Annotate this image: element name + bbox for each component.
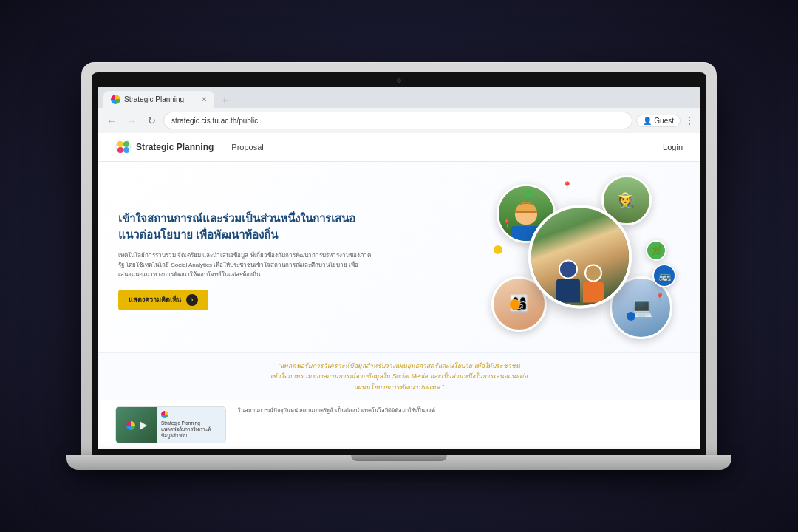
quote-text: "แพลตฟอร์มการวิเคราะห์ข้อมูลสำหรับวางแผน… — [127, 361, 671, 392]
forward-icon: → — [127, 115, 137, 126]
reload-button[interactable]: ↻ — [143, 112, 160, 129]
logo-icon — [115, 139, 132, 155]
dot-yellow-1 — [494, 245, 502, 254]
svg-point-3 — [117, 147, 123, 153]
play-icon — [140, 421, 147, 430]
guest-label: Guest — [654, 117, 674, 125]
active-tab[interactable]: Strategic Planning ✕ — [103, 91, 214, 108]
screen-content: Strategic Planning ✕ + ← → — [98, 87, 700, 449]
cta-button[interactable]: แสดงความคิดเห็น › — [118, 290, 208, 310]
dot-orange-1 — [510, 299, 520, 310]
nav-proposal-link[interactable]: Proposal — [227, 140, 267, 154]
dot-green-1 — [525, 190, 532, 197]
login-button[interactable]: Login — [663, 143, 683, 151]
reload-icon: ↻ — [148, 115, 156, 126]
hero-title: เข้าใจสถานการณ์และร่วมเป็นส่วนหนึ่งในการ… — [118, 211, 468, 243]
screen-bezel: Strategic Planning ✕ + ← → — [92, 72, 706, 455]
map-pin-1: 📍 — [562, 181, 573, 191]
site-navbar: Strategic Planning Proposal Login — [98, 133, 700, 162]
guest-icon: 👤 — [643, 117, 652, 125]
laptop-screen-unit: Strategic Planning ✕ + ← → — [81, 62, 717, 455]
svg-point-0 — [116, 140, 131, 154]
svg-point-2 — [123, 141, 129, 147]
address-input[interactable]: strategic.cis.tu.ac.th/public — [163, 112, 632, 129]
browser-chrome: Strategic Planning ✕ + ← → — [98, 87, 700, 133]
cta-label: แสดงความคิดเห็น — [129, 295, 181, 305]
hero-left: เข้าใจสถานการณ์และร่วมเป็นส่วนหนึ่งในการ… — [118, 175, 480, 347]
video-thumbnail[interactable]: Strategic Planning แพลตฟอร์มการวิเคราะห์… — [115, 406, 226, 443]
site-logo[interactable]: Strategic Planning — [115, 139, 214, 155]
quote-section: "แพลตฟอร์มการวิเคราะห์ข้อมูลสำหรับวางแผน… — [98, 352, 700, 400]
bubble-center — [528, 205, 632, 308]
tab-title: Strategic Planning — [124, 95, 197, 103]
tab-close-icon[interactable]: ✕ — [201, 95, 207, 103]
laptop: Strategic Planning ✕ + ← → — [66, 62, 732, 470]
logo-icon-small — [126, 421, 135, 430]
bottom-text: ในสถานการณ์ปัจจุบันหน่วยงานภาครัฐจำเป็นต… — [238, 406, 683, 415]
hero-description: เทคโนโลยีการรวบรวม จัดเตรียม และนำเสนอข้… — [118, 250, 468, 280]
hero-right: 📍 📍 📍 — [480, 175, 680, 347]
map-pin-3: 📍 — [655, 293, 665, 302]
video-info-panel: Strategic Planning แพลตฟอร์มการวิเคราะห์… — [157, 407, 225, 443]
tab-favicon — [111, 95, 120, 104]
address-bar-row: ← → ↻ strategic.cis.tu.ac.th/public — [98, 108, 700, 133]
video-preview — [116, 407, 157, 443]
tab-bar: Strategic Planning ✕ + — [98, 87, 700, 108]
url-text: strategic.cis.tu.ac.th/public — [171, 117, 258, 125]
webcam — [397, 78, 401, 83]
svg-point-4 — [123, 147, 129, 153]
bottom-section: Strategic Planning แพลตฟอร์มการวิเคราะห์… — [98, 400, 700, 449]
svg-point-1 — [117, 141, 123, 147]
menu-dots-icon: ⋮ — [684, 115, 695, 126]
back-button[interactable]: ← — [103, 112, 120, 129]
hero-section: เข้าใจสถานการณ์และร่วมเป็นส่วนหนึ่งในการ… — [98, 162, 700, 352]
bubble-icon: 🚌 — [652, 264, 676, 287]
new-tab-button[interactable]: + — [216, 92, 234, 107]
dot-blue-1 — [627, 312, 635, 321]
bubble-nature-icon: 🌿 — [646, 240, 666, 261]
website-content: Strategic Planning Proposal Login เข — [98, 133, 700, 449]
cta-arrow-circle: › — [186, 294, 198, 306]
bottom-description: ในสถานการณ์ปัจจุบันหน่วยงานภาครัฐจำเป็นต… — [238, 406, 683, 443]
back-icon: ← — [107, 115, 117, 126]
site-title: Strategic Planning — [136, 142, 214, 152]
forward-button[interactable]: → — [123, 112, 140, 129]
video-title: Strategic Planning แพลตฟอร์มการวิเคราะห์… — [161, 420, 221, 439]
guest-button[interactable]: 👤 Guest — [636, 115, 681, 127]
laptop-hinge — [351, 455, 447, 461]
map-pin-2: 📍 — [502, 219, 511, 228]
laptop-base — [66, 455, 732, 470]
browser-menu-button[interactable]: ⋮ — [684, 115, 695, 126]
